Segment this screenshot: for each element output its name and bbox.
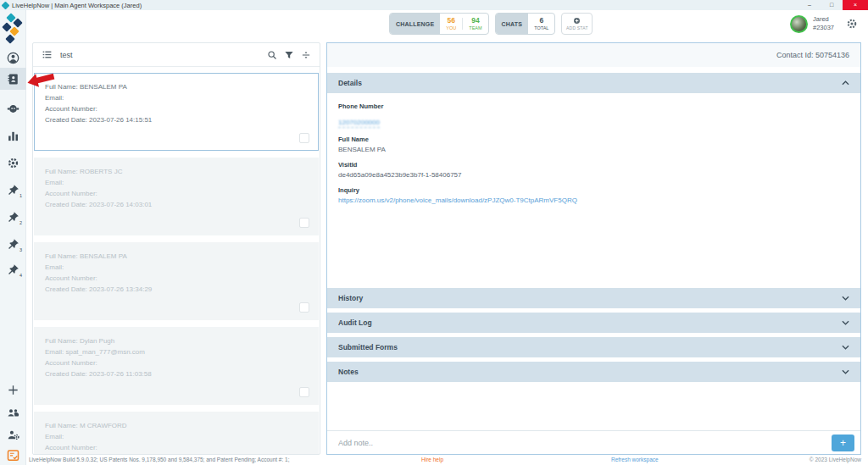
challenge-button[interactable]: CHALLENGE 56 YOU 94 TEAM xyxy=(389,13,489,35)
contact-full-name: Full Name: BENSALEM PA xyxy=(45,251,308,262)
minimize-button[interactable]: – xyxy=(798,0,821,10)
contact-account-number: Account Number: xyxy=(45,357,308,368)
bot-icon xyxy=(7,102,19,115)
window-titlebar: LiveHelpNow | Main Agent Workspace (Jare… xyxy=(0,0,868,10)
contact-created-date: Created Date: 2023-07-26 11:03:58 xyxy=(45,368,308,379)
copyright: © 2023 LiveHelpNow xyxy=(810,457,861,462)
section-header-details[interactable]: Details xyxy=(327,73,860,93)
sidebar: 1234 xyxy=(0,10,26,465)
section-title: Submitted Forms xyxy=(338,343,398,352)
hire-help-link[interactable]: Hire help xyxy=(421,457,443,462)
challenge-team-stat: 94 TEAM xyxy=(469,17,481,30)
contact-email: Email: spat_man_777@msn.com xyxy=(45,346,308,357)
build-info: LiveHelpNow Build 5.9.0.32; US Patents N… xyxy=(29,457,290,462)
chevron-down-icon xyxy=(842,345,849,350)
section-title: Details xyxy=(338,79,362,87)
card-checkbox[interactable] xyxy=(299,133,309,143)
contact-card[interactable]: Full Name: M CRAWFORDEmail:Account Numbe… xyxy=(34,412,319,454)
detail-field: Inquiryhttps://zoom.us/v2/phone/voice_ma… xyxy=(338,186,849,204)
divider xyxy=(462,18,463,30)
sidebar-item-pinned-1[interactable]: 1 xyxy=(0,179,26,201)
contact-card-list: Full Name: BENSALEM PAEmail:Account Numb… xyxy=(34,73,319,454)
sidebar-item-profile[interactable] xyxy=(0,47,26,69)
section-header-audit-log[interactable]: Audit Log xyxy=(327,313,860,333)
detail-field-value: BENSALEM PA xyxy=(338,146,849,153)
contact-id: Contact Id: 50754136 xyxy=(776,51,849,59)
livehelpnow-logo xyxy=(3,14,23,43)
sidebar-item-pinned-2[interactable]: 2 xyxy=(0,206,26,228)
contact-account-number: Account Number: xyxy=(45,273,308,284)
split-divider-icon[interactable] xyxy=(301,50,311,60)
team-icon xyxy=(7,407,19,419)
sidebar-item-reports[interactable] xyxy=(0,125,26,147)
card-checkbox[interactable] xyxy=(299,302,309,313)
add-stat-button[interactable]: ADD STAT xyxy=(561,13,593,35)
refresh-workspace-link[interactable]: Refresh workspace xyxy=(611,457,659,462)
status-bar: LiveHelpNow Build 5.9.0.32; US Patents N… xyxy=(26,455,868,465)
settings-gear-icon[interactable] xyxy=(846,18,858,30)
pin-number-badge: 2 xyxy=(19,220,22,225)
pin-number-badge: 4 xyxy=(19,273,22,278)
detail-field-label: Full Name xyxy=(338,136,849,143)
challenge-team-caption: TEAM xyxy=(469,26,481,31)
maximize-button[interactable]: □ xyxy=(821,0,843,10)
contact-card[interactable]: Full Name: BENSALEM PAEmail:Account Numb… xyxy=(34,73,319,151)
sidebar-item-settings[interactable] xyxy=(0,152,26,174)
contact-card[interactable]: Full Name: ROBERTS JCEmail:Account Numbe… xyxy=(34,158,319,235)
section-header-submitted-forms[interactable]: Submitted Forms xyxy=(327,337,860,357)
contact-email: Email: xyxy=(45,262,308,273)
inquiry-link[interactable]: https://zoom.us/v2/phone/voice_mails/dow… xyxy=(338,197,849,204)
detail-field-value: de4d65a09e8a4523b9e3b7f-1-58406757 xyxy=(338,171,849,179)
survey-icon xyxy=(7,449,19,462)
sidebar-item-pinned-3[interactable]: 3 xyxy=(0,233,26,255)
chevron-down-icon xyxy=(842,369,849,374)
pin-icon xyxy=(7,184,19,197)
sidebar-item-agent-settings[interactable] xyxy=(0,423,26,446)
search-icon[interactable] xyxy=(267,50,277,60)
chats-stats: 6 TOTAL xyxy=(528,14,554,34)
user-info: Jared #23037 xyxy=(813,15,834,32)
sidebar-item-pinned-4[interactable]: 4 xyxy=(0,258,26,280)
sidebar-item-team[interactable] xyxy=(0,401,26,423)
section-header-history[interactable]: History xyxy=(327,288,860,308)
app-icon xyxy=(2,1,10,9)
sidebar-item-survey[interactable] xyxy=(0,444,26,465)
add-note-input[interactable] xyxy=(338,439,825,447)
chats-button[interactable]: CHATS 6 TOTAL xyxy=(495,13,556,35)
challenge-label: CHALLENGE xyxy=(390,14,440,34)
window-title: LiveHelpNow | Main Agent Workspace (Jare… xyxy=(12,2,142,9)
annotation-arrow xyxy=(26,70,55,89)
challenge-team-value: 94 xyxy=(471,17,479,25)
contact-full-name: Full Name: BENSALEM PA xyxy=(45,81,308,92)
close-button[interactable]: × xyxy=(843,0,868,10)
right-panel: Contact Id: 50754136 Details Phone Numbe… xyxy=(326,42,861,455)
plus-icon xyxy=(7,384,19,396)
details-body: Phone Number12070200000Full NameBENSALEM… xyxy=(327,99,860,212)
filter-icon[interactable] xyxy=(284,50,294,60)
detail-field-label: VisitId xyxy=(338,161,849,169)
add-note-button[interactable]: + xyxy=(832,435,854,451)
list-toolbar xyxy=(267,50,311,60)
pin-icon xyxy=(7,211,19,224)
contact-account-number: Account Number: xyxy=(45,188,308,199)
avatar[interactable] xyxy=(790,15,808,33)
card-checkbox[interactable] xyxy=(299,387,309,397)
list-menu-icon[interactable] xyxy=(42,49,53,60)
gear-icon xyxy=(7,157,19,169)
contact-card[interactable]: Full Name: BENSALEM PAEmail:Account Numb… xyxy=(34,242,319,320)
contact-email: Email: xyxy=(45,431,308,442)
contact-full-name: Full Name: Dylan Pugh xyxy=(45,335,308,346)
sidebar-item-add[interactable] xyxy=(0,379,26,401)
pin-number-badge: 3 xyxy=(19,247,22,252)
chats-label: CHATS xyxy=(496,14,529,34)
app-header: CHALLENGE 56 YOU 94 TEAM CHATS 6 TOTAL xyxy=(26,10,868,42)
contact-created-date: Created Date: 2023-07-26 14:03:01 xyxy=(45,199,308,210)
contact-card[interactable]: Full Name: Dylan PughEmail: spat_man_777… xyxy=(34,327,319,405)
sidebar-item-bot[interactable] xyxy=(0,97,26,119)
section-header-notes[interactable]: Notes xyxy=(327,362,860,382)
contact-email: Email: xyxy=(45,92,308,103)
sidebar-item-contacts[interactable] xyxy=(0,68,26,90)
card-checkbox[interactable] xyxy=(299,218,309,228)
phone-number-link[interactable]: 12070200000 xyxy=(338,119,380,128)
add-note-row: + xyxy=(327,430,860,454)
